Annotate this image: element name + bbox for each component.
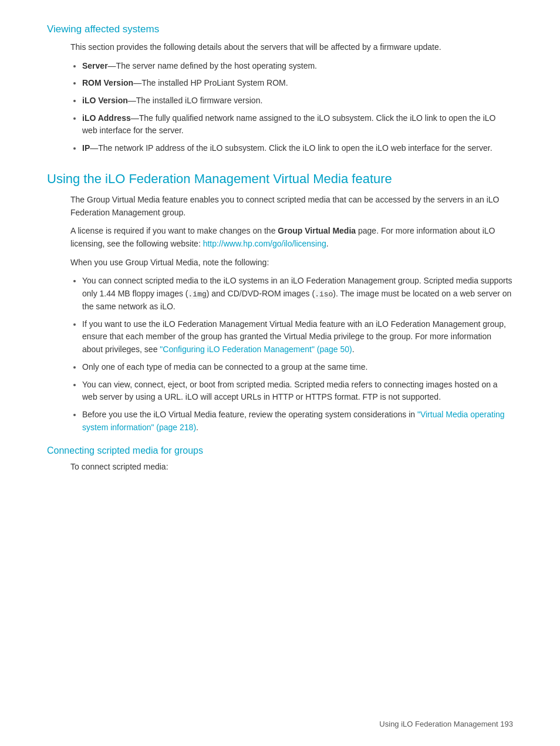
- intro2-bold: Group Virtual Media: [278, 226, 356, 235]
- page-footer: Using iLO Federation Management 193: [379, 720, 513, 728]
- footer-text: Using iLO Federation Management 193: [379, 720, 513, 728]
- bullet-text: Only one of each type of media can be co…: [82, 362, 367, 372]
- list-item: iLO Version—The installed iLO firmware v…: [82, 94, 513, 107]
- bullet-bold: iLO Version: [82, 96, 128, 105]
- section1-heading: Viewing affected systems: [47, 23, 513, 35]
- bullet-rest: —The network IP address of the iLO subsy…: [90, 143, 492, 153]
- list-item: If you want to use the iLO Federation Ma…: [82, 318, 513, 356]
- bullet-rest: —The installed iLO firmware version.: [128, 96, 263, 105]
- list-item: You can connect scripted media to the iL…: [82, 275, 513, 313]
- ilo-licensing-link[interactable]: http://www.hp.com/go/ilo/licensing: [203, 239, 326, 248]
- bullet-bold: iLO Address: [82, 113, 131, 123]
- code-img: .img: [188, 290, 207, 299]
- page-container: Viewing affected systems This section pr…: [0, 0, 560, 746]
- section1-intro: This section provides the following deta…: [70, 41, 513, 54]
- bullet-text2: ) and CD/DVD-ROM images (: [207, 289, 315, 298]
- list-item: You can view, connect, eject, or boot fr…: [82, 379, 513, 404]
- list-item: Server—The server name defined by the ho…: [82, 60, 513, 73]
- bullet-text: You can view, connect, eject, or boot fr…: [82, 380, 498, 402]
- section2-intro1: The Group Virtual Media feature enables …: [70, 194, 513, 219]
- list-item: Before you use the iLO Virtual Media fea…: [82, 409, 513, 434]
- bullet-rest: —The server name defined by the host ope…: [108, 61, 317, 70]
- section3-intro: To connect scripted media:: [70, 461, 513, 474]
- list-item: IP—The network IP address of the iLO sub…: [82, 142, 513, 155]
- bullet-bold: Server: [82, 61, 108, 70]
- bullet-rest: —The fully qualified network name assign…: [82, 113, 496, 136]
- configuring-ilo-link[interactable]: "Configuring iLO Federation Management" …: [160, 345, 352, 354]
- list-item: ROM Version—The installed HP ProLiant Sy…: [82, 77, 513, 90]
- section2-heading: Using the iLO Federation Management Virt…: [47, 171, 513, 187]
- bullet-text2: .: [196, 423, 198, 432]
- section2-intro3: When you use Group Virtual Media, note t…: [70, 256, 513, 269]
- section1-bullet-list: Server—The server name defined by the ho…: [82, 60, 513, 155]
- list-item: Only one of each type of media can be co…: [82, 361, 513, 374]
- intro2-end: .: [326, 239, 329, 248]
- section2-bullet-list: You can connect scripted media to the iL…: [82, 275, 513, 434]
- list-item: iLO Address—The fully qualified network …: [82, 112, 513, 137]
- bullet-rest: —The installed HP ProLiant System ROM.: [133, 78, 288, 87]
- bullet-bold: IP: [82, 143, 90, 153]
- section2-intro2: A license is required if you want to mak…: [70, 225, 513, 250]
- code-iso: .iso: [315, 290, 333, 299]
- section3-heading: Connecting scripted media for groups: [47, 445, 513, 456]
- bullet-text2: .: [352, 345, 355, 354]
- bullet-bold: ROM Version: [82, 78, 133, 87]
- bullet-text: Before you use the iLO Virtual Media fea…: [82, 410, 417, 419]
- intro2-pre: A license is required if you want to mak…: [70, 226, 278, 235]
